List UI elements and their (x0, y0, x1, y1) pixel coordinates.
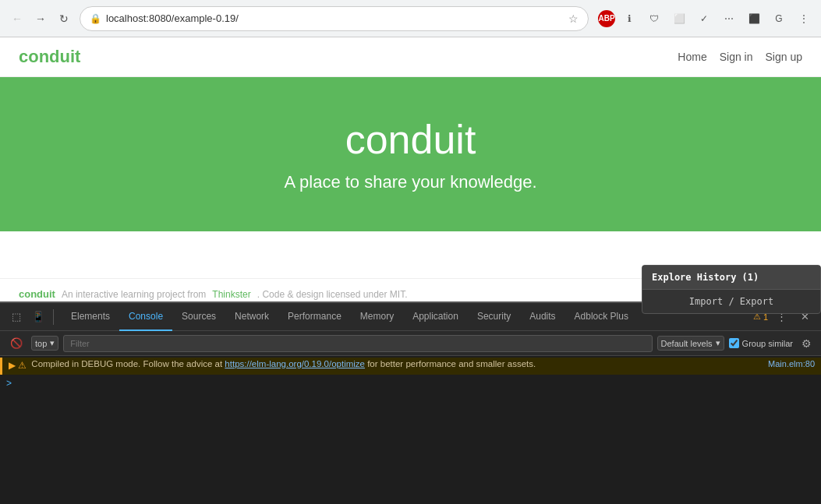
back-button[interactable]: ← (6, 8, 28, 30)
console-filter-input[interactable] (63, 335, 652, 352)
group-similar-checkbox[interactable] (729, 338, 739, 348)
chevron-down-icon: ▾ (50, 338, 55, 348)
chevron-down-icon-levels: ▾ (716, 338, 720, 348)
nav-signup-link[interactable]: Sign up (766, 51, 802, 63)
console-warning-text: Compiled in DEBUG mode. Follow the advic… (31, 359, 763, 368)
tab-audits[interactable]: Audits (520, 303, 564, 331)
tab-memory[interactable]: Memory (351, 303, 403, 331)
address-bar-container: 🔒 ☆ (80, 6, 589, 31)
warning-icon: ▶ ⚠ (9, 360, 27, 371)
abp-icon[interactable]: ABP (598, 10, 615, 27)
nav-buttons: ← → ↻ (6, 8, 75, 30)
console-context-select[interactable]: top ▾ (31, 336, 58, 351)
devtools-panel: ⬚ 📱 Elements Console Sources Network Per… (0, 301, 821, 504)
nav-signin-link[interactable]: Sign in (720, 51, 753, 63)
devtools-divider (53, 309, 54, 325)
explore-history-title: Explore History (1) (642, 266, 820, 289)
forward-button[interactable]: → (30, 8, 51, 30)
console-toolbar: 🚫 top ▾ Default levels ▾ Group similar ⚙ (0, 331, 821, 356)
tab-sources[interactable]: Sources (172, 303, 225, 331)
site-nav-links: Home Sign in Sign up (678, 51, 802, 63)
address-bar-input[interactable] (106, 12, 564, 24)
explore-history-import[interactable]: Import / Export (642, 290, 820, 313)
hero-subtitle: A place to share your knowledge. (16, 172, 805, 192)
console-input[interactable] (16, 378, 815, 389)
console-settings-btn[interactable]: ⚙ (798, 335, 815, 352)
lock-icon: 🔒 (90, 13, 101, 24)
hero-title: conduit (16, 116, 805, 163)
devtools-inspect-btn[interactable]: ⬚ (6, 307, 27, 327)
footer-description: An interactive learning project from (62, 289, 206, 300)
shield-icon[interactable]: 🛡 (643, 8, 665, 30)
console-levels-label: Default levels (661, 339, 713, 348)
google-icon[interactable]: G (768, 8, 790, 30)
hero-banner: conduit A place to share your knowledge. (0, 77, 821, 231)
dots-icon[interactable]: ⋯ (718, 8, 740, 30)
group-similar-text: Group similar (742, 339, 793, 348)
console-warning-row: ▶ ⚠ Compiled in DEBUG mode. Follow the a… (0, 358, 821, 375)
tab-network[interactable]: Network (225, 303, 278, 331)
footer-license: . Code & design licensed under MIT. (257, 289, 408, 300)
optimize-link[interactable]: https://elm-lang.org/0.19.0/optimize (225, 359, 365, 368)
nav-home-link[interactable]: Home (678, 51, 706, 63)
tab-performance[interactable]: Performance (278, 303, 351, 331)
console-clear-btn[interactable]: 🚫 (6, 333, 27, 354)
console-prompt-arrow: > (6, 378, 12, 389)
tab-adblock-plus[interactable]: Adblock Plus (565, 303, 638, 331)
console-warning-location[interactable]: Main.elm:80 (768, 359, 815, 368)
menu-icon[interactable]: ⋮ (793, 8, 815, 30)
thinkster-link[interactable]: Thinkster (212, 289, 250, 300)
browser-toolbar-icons: ABP ℹ 🛡 ⬜ ✓ ⋯ ⬛ G ⋮ (598, 8, 815, 30)
browser-chrome: ← → ↻ 🔒 ☆ ABP ℹ 🛡 ⬜ ✓ ⋯ ⬛ G ⋮ (0, 0, 821, 37)
console-levels-select[interactable]: Default levels ▾ (657, 336, 724, 351)
info-icon[interactable]: ℹ (618, 8, 640, 30)
explore-history-popup: Explore History (1) Import / Export (642, 265, 821, 314)
console-context-label: top (35, 339, 47, 348)
tab-console[interactable]: Console (119, 303, 172, 331)
footer-logo: conduit (19, 288, 55, 300)
check-icon[interactable]: ✓ (693, 8, 715, 30)
site-logo: conduit (19, 47, 80, 67)
refresh-button[interactable]: ↻ (53, 8, 75, 30)
console-content: ▶ ⚠ Compiled in DEBUG mode. Follow the a… (0, 356, 821, 504)
tab-security[interactable]: Security (468, 303, 520, 331)
devtools-device-btn[interactable]: 📱 (28, 307, 48, 327)
tab-elements[interactable]: Elements (62, 303, 119, 331)
site-navbar: conduit Home Sign in Sign up (0, 37, 821, 77)
tab-application[interactable]: Application (403, 303, 468, 331)
star-icon[interactable]: ☆ (568, 12, 579, 25)
console-prompt-row: > (0, 375, 821, 392)
extension-icon[interactable]: ⬜ (668, 8, 690, 30)
extension2-icon[interactable]: ⬛ (743, 8, 765, 30)
group-similar-label[interactable]: Group similar (729, 338, 793, 348)
